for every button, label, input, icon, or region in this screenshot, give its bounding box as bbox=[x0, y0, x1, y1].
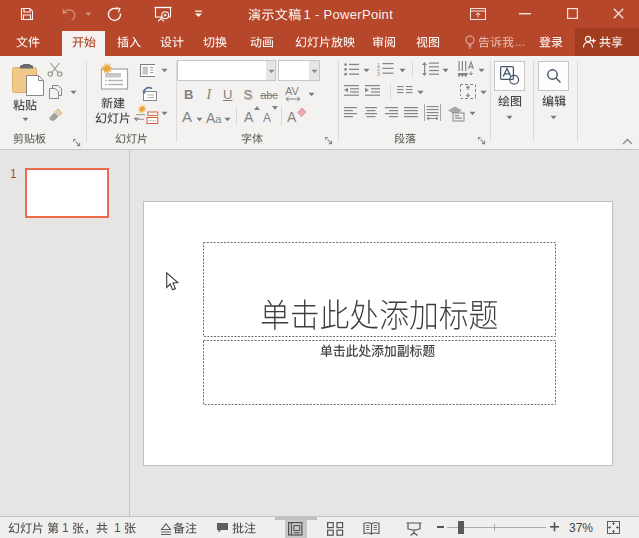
svg-text:AV: AV bbox=[285, 86, 300, 97]
svg-text:3: 3 bbox=[377, 71, 380, 76]
